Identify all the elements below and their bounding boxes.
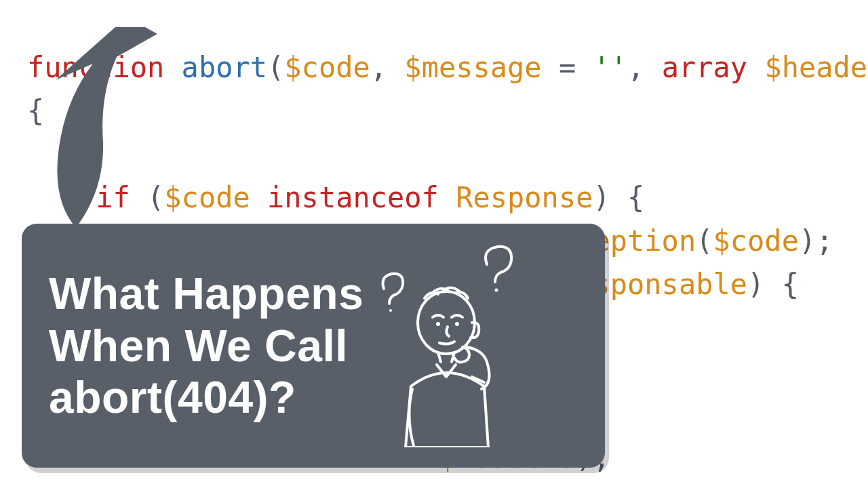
svg-point-4 <box>455 322 459 326</box>
title-line-2: When We Call <box>49 320 363 372</box>
title-card: What Happens When We Call abort(404)? <box>22 224 605 468</box>
kw-array: array <box>662 51 747 84</box>
var-headers: $headers <box>747 51 868 84</box>
cls-response: Response <box>456 181 593 214</box>
str-empty: '' <box>593 51 628 84</box>
svg-point-1 <box>495 289 498 292</box>
thinking-person-icon <box>370 244 519 447</box>
var-message: $message <box>404 51 541 84</box>
thumbnail-stage: function abort($code, $message = '', arr… <box>0 0 868 488</box>
kw-if: if <box>96 181 130 214</box>
title-line-3: abort(404)? <box>49 371 363 424</box>
kw-function: function <box>27 51 164 84</box>
brace-open: { <box>27 94 44 127</box>
kw-instanceof: instanceof <box>250 181 456 214</box>
title-text: What Happens When We Call abort(404)? <box>49 268 363 424</box>
title-line-1: What Happens <box>49 268 363 320</box>
svg-point-0 <box>389 309 392 312</box>
fn-abort: abort <box>182 51 267 84</box>
svg-point-3 <box>436 322 440 326</box>
var-code: $code <box>284 51 370 84</box>
